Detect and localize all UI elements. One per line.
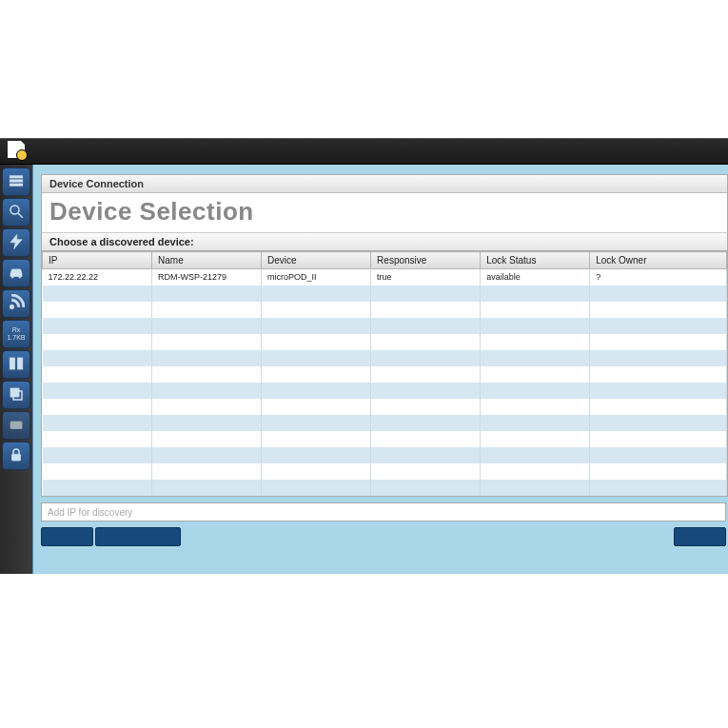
stack-icon <box>8 385 25 405</box>
add-ip-row <box>41 502 726 522</box>
module-icon <box>8 416 25 436</box>
top-blank-area <box>0 0 728 138</box>
table-row[interactable]: 172.22.22.22 RDM-WSP-21279 microPOD_II t… <box>43 269 727 285</box>
cell-ip: 172.22.22.22 <box>43 269 152 285</box>
choose-device-label: Choose a discovered device: <box>42 232 727 251</box>
sidebar-search-button[interactable] <box>2 198 30 226</box>
svg-rect-2 <box>10 184 23 186</box>
action-button-right[interactable] <box>674 527 726 546</box>
table-row[interactable] <box>43 366 727 383</box>
svg-rect-0 <box>10 175 23 177</box>
car-icon <box>8 264 25 284</box>
cell-responsive: true <box>371 269 481 285</box>
panel-header: Device Connection <box>42 175 727 193</box>
search-icon <box>8 203 25 223</box>
action-button-1[interactable] <box>41 527 93 546</box>
signal-icon <box>8 294 25 314</box>
page-title: Device Selection <box>42 193 727 232</box>
table-row[interactable] <box>43 415 727 431</box>
table-row[interactable] <box>43 480 727 496</box>
cell-device: microPOD_II <box>262 269 371 285</box>
sidebar-layers-button[interactable] <box>2 381 30 409</box>
table-row[interactable] <box>43 463 727 480</box>
hamburger-icon <box>8 172 25 192</box>
device-table: IP Name Device Responsive Lock Status Lo… <box>42 251 727 496</box>
add-ip-input[interactable] <box>41 502 726 521</box>
action-button-2[interactable] <box>95 527 181 546</box>
columns-icon <box>8 355 25 375</box>
svg-rect-1 <box>10 179 23 181</box>
folder-badge-icon[interactable] <box>8 145 25 158</box>
sidebar-wireless-button[interactable] <box>2 289 30 318</box>
cell-name: RDM-WSP-21279 <box>152 269 262 285</box>
col-lock-status[interactable]: Lock Status <box>481 252 590 269</box>
lock-icon <box>8 446 25 466</box>
table-row[interactable] <box>43 399 727 415</box>
table-row[interactable] <box>43 334 727 350</box>
col-lock-owner[interactable]: Lock Owner <box>590 252 727 269</box>
svg-rect-9 <box>10 388 19 397</box>
os-taskbar <box>0 138 728 165</box>
sidebar-menu-button[interactable] <box>2 167 30 196</box>
sidebar-vehicle-button[interactable] <box>2 259 30 287</box>
col-name[interactable]: Name <box>152 252 262 269</box>
svg-point-3 <box>10 206 19 214</box>
svg-rect-8 <box>18 358 23 369</box>
application: Rx1.7KB Device Connection Device Select <box>0 165 728 574</box>
svg-line-4 <box>18 213 23 218</box>
sidebar-rate-button[interactable]: Rx1.7KB <box>2 320 30 348</box>
col-ip[interactable]: IP <box>43 252 152 269</box>
sidebar-misc-button[interactable] <box>2 411 30 440</box>
svg-rect-11 <box>10 422 22 429</box>
table-row[interactable] <box>43 447 727 463</box>
main-panel: Device Connection Device Selection Choos… <box>32 165 728 574</box>
sidebar-flash-button[interactable] <box>2 228 30 257</box>
data-rate-icon: Rx1.7KB <box>7 326 25 342</box>
col-responsive[interactable]: Responsive <box>371 252 481 269</box>
table-row[interactable] <box>43 285 727 302</box>
svg-rect-12 <box>12 454 21 461</box>
table-row[interactable] <box>43 318 727 334</box>
action-button-row <box>41 527 728 546</box>
table-row[interactable] <box>43 350 727 366</box>
lightning-icon <box>8 233 25 253</box>
table-row[interactable] <box>43 383 727 399</box>
cell-lock-owner: ? <box>590 269 727 285</box>
table-row[interactable] <box>43 302 727 318</box>
cell-lock-status: available <box>481 269 590 285</box>
table-row[interactable] <box>43 431 727 447</box>
svg-point-6 <box>10 305 14 309</box>
sidebar-lock-button[interactable] <box>2 442 30 470</box>
col-device[interactable]: Device <box>262 252 371 269</box>
device-connection-panel: Device Connection Device Selection Choos… <box>41 174 728 497</box>
svg-marker-5 <box>10 234 22 248</box>
table-header-row: IP Name Device Responsive Lock Status Lo… <box>43 252 727 269</box>
sidebar: Rx1.7KB <box>0 165 32 574</box>
sidebar-panels-button[interactable] <box>2 350 30 379</box>
svg-rect-7 <box>10 358 14 369</box>
